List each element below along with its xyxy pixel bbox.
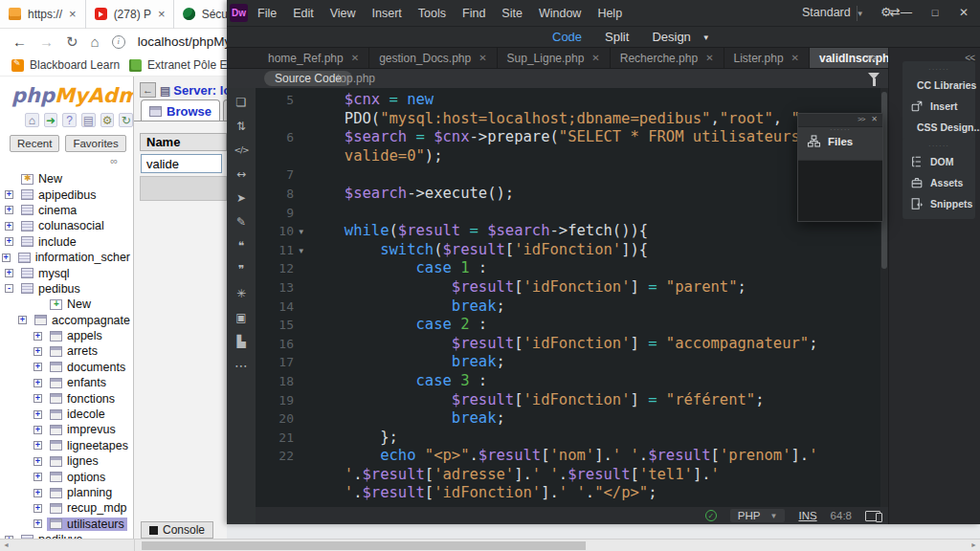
tree-item[interactable]: +accompagnate — [0, 313, 133, 328]
tree-item[interactable]: +planning — [0, 485, 133, 500]
page-info-icon[interactable]: i — [112, 35, 125, 49]
panel-item-css[interactable]: CSS Design... — [902, 117, 975, 138]
tree-item-body[interactable]: imprevus — [47, 423, 119, 436]
language-selector[interactable]: PHP▼ — [730, 509, 786, 522]
tree-item-body[interactable]: fonctions — [47, 392, 118, 406]
panel-item-insert[interactable]: Insert — [902, 96, 975, 117]
back-icon[interactable]: ← — [12, 33, 27, 50]
tab-close-icon[interactable]: × — [69, 7, 77, 21]
menu-view[interactable]: View — [330, 7, 356, 20]
pane-back-button[interactable]: ← — [140, 82, 156, 98]
view-design[interactable]: Design — [652, 30, 690, 44]
name-filter-value[interactable]: valide — [141, 154, 222, 173]
link-icon[interactable]: ∞ — [0, 152, 133, 166]
tree-expander-icon[interactable]: + — [33, 489, 42, 497]
maximize-button[interactable]: □ — [921, 2, 949, 23]
grip-icon[interactable]: ······ — [902, 144, 975, 148]
tree-item-body[interactable]: New — [18, 172, 65, 186]
panel-item-cc[interactable]: CC Libraries — [902, 75, 975, 96]
toolbar-icon-8[interactable]: ✳ — [236, 287, 246, 300]
tree-expander-icon[interactable]: + — [5, 237, 13, 246]
tree-expander-icon[interactable]: + — [18, 316, 27, 324]
toolbar-icon-10[interactable]: ▙ — [236, 335, 245, 348]
tree-item[interactable]: +arrets — [0, 343, 133, 359]
browser-horizontal-scrollbar[interactable]: ◄► — [0, 539, 980, 551]
doc-tab-close-icon[interactable]: ✕ — [705, 53, 713, 63]
browser-tab[interactable]: https://× — [0, 0, 85, 29]
doc-tab-close-icon[interactable]: ✕ — [791, 53, 799, 63]
console-button[interactable]: Console — [141, 521, 213, 539]
toolbar-icon-5[interactable]: ✎ — [236, 215, 246, 229]
bookmark[interactable]: Blackboard Learn — [11, 58, 120, 72]
menu-find[interactable]: Find — [462, 7, 485, 20]
tree-expander-icon[interactable]: + — [33, 426, 42, 434]
doc-tab[interactable]: Lister.php✕ — [724, 48, 810, 68]
tree-expander-icon[interactable]: + — [33, 379, 42, 387]
doc-tab[interactable]: Recherche.php✕ — [611, 48, 724, 68]
tree-item[interactable]: +apipedibus — [0, 187, 133, 202]
files-panel-tab[interactable]: Files — [798, 135, 882, 147]
view-split[interactable]: Split — [605, 30, 629, 44]
tree-item[interactable]: +documents — [0, 360, 133, 375]
toolbar-icon-3[interactable]: ↔ — [236, 167, 246, 181]
tree-expander-icon[interactable]: - — [5, 284, 13, 293]
fold-arrow-icon[interactable]: ▼ — [294, 222, 309, 241]
tree-item[interactable]: +colunasocial — [0, 218, 133, 233]
tree-item[interactable]: +options — [0, 469, 133, 484]
tab-overflow-icon[interactable]: >> — [866, 52, 877, 63]
tree-expander-icon[interactable]: + — [33, 394, 42, 403]
panel-item-dom[interactable]: DOM — [902, 151, 975, 172]
tree-expander-icon[interactable]: + — [2, 253, 11, 262]
code-editor[interactable]: 5 $cnx = new PDO("mysql:host=localhost;d… — [256, 88, 880, 507]
toolbar-icon-6[interactable]: ❝ — [238, 239, 244, 253]
menu-site[interactable]: Site — [501, 7, 523, 20]
tree-item[interactable]: +utilisateurs — [0, 517, 133, 532]
forward-icon[interactable]: → — [39, 33, 54, 50]
tree-item[interactable]: +information_scher — [0, 250, 133, 265]
favorites-button[interactable]: Favorites — [65, 135, 125, 152]
tree-expander-icon[interactable]: + — [5, 190, 13, 199]
tree-item-body[interactable]: include — [18, 235, 79, 249]
tree-item-body[interactable]: options — [47, 471, 108, 484]
tree-item-body[interactable]: pedibus — [18, 282, 83, 296]
toolbar-icon-0[interactable]: ❏ — [236, 96, 247, 109]
menu-edit[interactable]: Edit — [293, 7, 314, 20]
doc-tab-close-icon[interactable]: ✕ — [591, 53, 599, 63]
tree-item-body[interactable]: accompagnate — [32, 314, 133, 327]
settings-icon[interactable]: ⚙ — [100, 113, 115, 127]
tree-item[interactable]: +cinema — [0, 203, 133, 218]
close-button[interactable]: ✕ — [949, 2, 978, 23]
tree-item-body[interactable]: appels — [47, 329, 105, 342]
tree-item[interactable]: +enfants — [0, 375, 133, 390]
tree-item-body[interactable]: colunasocial — [18, 219, 107, 232]
tree-expander-icon[interactable]: + — [33, 332, 42, 341]
minimize-button[interactable]: — — [892, 2, 921, 23]
recent-button[interactable]: Recent — [10, 135, 59, 152]
tree-item[interactable]: +imprevus — [0, 422, 133, 437]
home-icon[interactable]: ⌂ — [91, 33, 100, 50]
tree-expander-icon[interactable]: + — [5, 222, 13, 231]
tree-item[interactable]: +fonctions — [0, 390, 133, 406]
tree-item-body[interactable]: ligneetapes — [47, 439, 131, 452]
tree-expander-icon[interactable]: + — [33, 441, 42, 450]
chevron-down-icon[interactable]: ▼ — [702, 30, 710, 44]
toolbar-icon-2[interactable]: </> — [234, 143, 248, 157]
grip-icon[interactable]: ······ — [902, 68, 975, 72]
exit-icon[interactable]: ➜ — [44, 113, 58, 127]
panel-item-assets[interactable]: Assets — [902, 172, 975, 193]
tree-expander-icon[interactable]: + — [5, 269, 13, 277]
menu-window[interactable]: Window — [539, 7, 581, 20]
view-code[interactable]: Code — [552, 30, 582, 44]
menu-insert[interactable]: Insert — [372, 7, 402, 20]
sql-doc-icon[interactable]: ▤ — [81, 113, 96, 127]
tree-item-body[interactable]: enfants — [47, 376, 109, 389]
toolbar-icon-11[interactable]: ⋯ — [234, 359, 248, 372]
tree-item[interactable]: +lignes — [0, 453, 133, 469]
doc-tab[interactable]: Sup_Ligne.php✕ — [498, 48, 611, 68]
tree-item-body[interactable]: cinema — [18, 204, 79, 217]
tree-item-body[interactable]: arrets — [47, 344, 100, 358]
tree-expander-icon[interactable]: + — [33, 347, 42, 356]
tree-item[interactable]: +mysql — [0, 265, 133, 280]
filter-icon[interactable] — [868, 73, 880, 79]
panel-close-icon[interactable]: ✕ — [871, 115, 877, 126]
